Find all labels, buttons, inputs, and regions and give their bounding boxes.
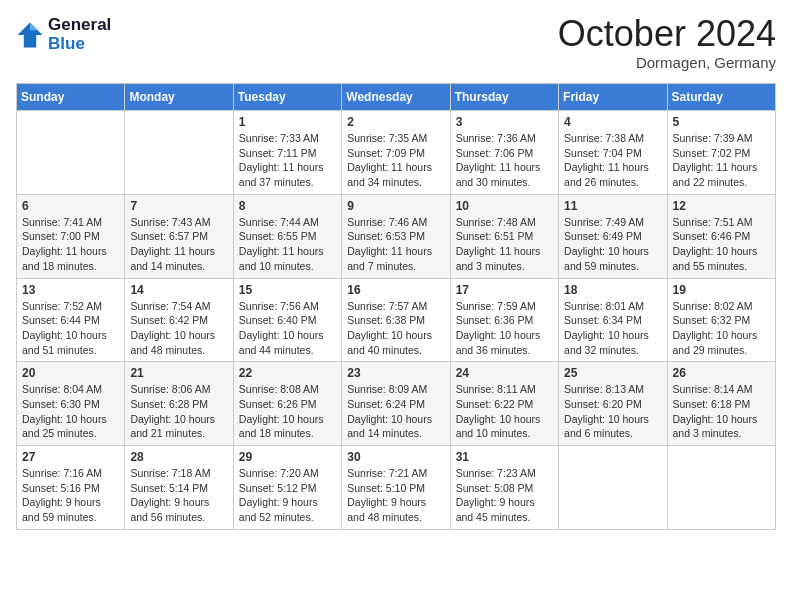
calendar-cell <box>667 446 775 530</box>
calendar-cell: 11Sunrise: 7:49 AM Sunset: 6:49 PM Dayli… <box>559 194 667 278</box>
weekday-header: Saturday <box>667 84 775 111</box>
logo-text-blue: Blue <box>48 35 111 54</box>
day-info: Sunrise: 7:51 AM Sunset: 6:46 PM Dayligh… <box>673 215 770 274</box>
svg-marker-1 <box>30 22 38 30</box>
calendar-cell: 8Sunrise: 7:44 AM Sunset: 6:55 PM Daylig… <box>233 194 341 278</box>
calendar-cell <box>559 446 667 530</box>
day-number: 13 <box>22 283 119 297</box>
calendar-cell: 22Sunrise: 8:08 AM Sunset: 6:26 PM Dayli… <box>233 362 341 446</box>
calendar-cell: 28Sunrise: 7:18 AM Sunset: 5:14 PM Dayli… <box>125 446 233 530</box>
calendar-week-row: 27Sunrise: 7:16 AM Sunset: 5:16 PM Dayli… <box>17 446 776 530</box>
day-number: 11 <box>564 199 661 213</box>
day-number: 21 <box>130 366 227 380</box>
weekday-header: Monday <box>125 84 233 111</box>
day-info: Sunrise: 7:23 AM Sunset: 5:08 PM Dayligh… <box>456 466 553 525</box>
day-number: 5 <box>673 115 770 129</box>
logo: General Blue <box>16 16 111 53</box>
calendar-cell: 29Sunrise: 7:20 AM Sunset: 5:12 PM Dayli… <box>233 446 341 530</box>
day-info: Sunrise: 8:08 AM Sunset: 6:26 PM Dayligh… <box>239 382 336 441</box>
page-header: General Blue October 2024 Dormagen, Germ… <box>16 16 776 71</box>
calendar-week-row: 6Sunrise: 7:41 AM Sunset: 7:00 PM Daylig… <box>17 194 776 278</box>
day-info: Sunrise: 7:59 AM Sunset: 6:36 PM Dayligh… <box>456 299 553 358</box>
day-number: 4 <box>564 115 661 129</box>
calendar-cell: 26Sunrise: 8:14 AM Sunset: 6:18 PM Dayli… <box>667 362 775 446</box>
calendar-cell: 24Sunrise: 8:11 AM Sunset: 6:22 PM Dayli… <box>450 362 558 446</box>
calendar-cell: 6Sunrise: 7:41 AM Sunset: 7:00 PM Daylig… <box>17 194 125 278</box>
day-info: Sunrise: 7:36 AM Sunset: 7:06 PM Dayligh… <box>456 131 553 190</box>
day-info: Sunrise: 8:09 AM Sunset: 6:24 PM Dayligh… <box>347 382 444 441</box>
calendar-cell: 30Sunrise: 7:21 AM Sunset: 5:10 PM Dayli… <box>342 446 450 530</box>
calendar-cell: 5Sunrise: 7:39 AM Sunset: 7:02 PM Daylig… <box>667 111 775 195</box>
day-info: Sunrise: 8:11 AM Sunset: 6:22 PM Dayligh… <box>456 382 553 441</box>
weekday-header: Thursday <box>450 84 558 111</box>
day-info: Sunrise: 8:01 AM Sunset: 6:34 PM Dayligh… <box>564 299 661 358</box>
day-number: 19 <box>673 283 770 297</box>
day-info: Sunrise: 8:04 AM Sunset: 6:30 PM Dayligh… <box>22 382 119 441</box>
day-number: 30 <box>347 450 444 464</box>
calendar-cell: 18Sunrise: 8:01 AM Sunset: 6:34 PM Dayli… <box>559 278 667 362</box>
day-number: 25 <box>564 366 661 380</box>
day-number: 7 <box>130 199 227 213</box>
calendar-cell: 2Sunrise: 7:35 AM Sunset: 7:09 PM Daylig… <box>342 111 450 195</box>
calendar-cell: 10Sunrise: 7:48 AM Sunset: 6:51 PM Dayli… <box>450 194 558 278</box>
day-number: 2 <box>347 115 444 129</box>
day-info: Sunrise: 7:16 AM Sunset: 5:16 PM Dayligh… <box>22 466 119 525</box>
calendar-cell: 15Sunrise: 7:56 AM Sunset: 6:40 PM Dayli… <box>233 278 341 362</box>
calendar-cell: 1Sunrise: 7:33 AM Sunset: 7:11 PM Daylig… <box>233 111 341 195</box>
calendar-cell: 17Sunrise: 7:59 AM Sunset: 6:36 PM Dayli… <box>450 278 558 362</box>
day-info: Sunrise: 7:20 AM Sunset: 5:12 PM Dayligh… <box>239 466 336 525</box>
day-number: 15 <box>239 283 336 297</box>
weekday-header: Friday <box>559 84 667 111</box>
day-number: 1 <box>239 115 336 129</box>
day-number: 17 <box>456 283 553 297</box>
calendar-cell: 20Sunrise: 8:04 AM Sunset: 6:30 PM Dayli… <box>17 362 125 446</box>
calendar-cell: 23Sunrise: 8:09 AM Sunset: 6:24 PM Dayli… <box>342 362 450 446</box>
day-number: 31 <box>456 450 553 464</box>
day-info: Sunrise: 7:38 AM Sunset: 7:04 PM Dayligh… <box>564 131 661 190</box>
day-info: Sunrise: 7:49 AM Sunset: 6:49 PM Dayligh… <box>564 215 661 274</box>
day-info: Sunrise: 7:52 AM Sunset: 6:44 PM Dayligh… <box>22 299 119 358</box>
calendar-cell: 12Sunrise: 7:51 AM Sunset: 6:46 PM Dayli… <box>667 194 775 278</box>
calendar-week-row: 13Sunrise: 7:52 AM Sunset: 6:44 PM Dayli… <box>17 278 776 362</box>
calendar-week-row: 1Sunrise: 7:33 AM Sunset: 7:11 PM Daylig… <box>17 111 776 195</box>
logo-text-general: General <box>48 16 111 35</box>
day-info: Sunrise: 8:14 AM Sunset: 6:18 PM Dayligh… <box>673 382 770 441</box>
day-info: Sunrise: 7:18 AM Sunset: 5:14 PM Dayligh… <box>130 466 227 525</box>
day-info: Sunrise: 7:43 AM Sunset: 6:57 PM Dayligh… <box>130 215 227 274</box>
calendar-cell: 13Sunrise: 7:52 AM Sunset: 6:44 PM Dayli… <box>17 278 125 362</box>
day-number: 8 <box>239 199 336 213</box>
day-number: 6 <box>22 199 119 213</box>
day-info: Sunrise: 7:35 AM Sunset: 7:09 PM Dayligh… <box>347 131 444 190</box>
day-info: Sunrise: 7:56 AM Sunset: 6:40 PM Dayligh… <box>239 299 336 358</box>
day-info: Sunrise: 7:48 AM Sunset: 6:51 PM Dayligh… <box>456 215 553 274</box>
calendar-week-row: 20Sunrise: 8:04 AM Sunset: 6:30 PM Dayli… <box>17 362 776 446</box>
calendar-cell: 4Sunrise: 7:38 AM Sunset: 7:04 PM Daylig… <box>559 111 667 195</box>
weekday-header: Sunday <box>17 84 125 111</box>
calendar-cell: 27Sunrise: 7:16 AM Sunset: 5:16 PM Dayli… <box>17 446 125 530</box>
day-number: 20 <box>22 366 119 380</box>
month-title: October 2024 <box>558 16 776 52</box>
calendar-cell: 16Sunrise: 7:57 AM Sunset: 6:38 PM Dayli… <box>342 278 450 362</box>
day-number: 28 <box>130 450 227 464</box>
calendar-cell: 3Sunrise: 7:36 AM Sunset: 7:06 PM Daylig… <box>450 111 558 195</box>
day-number: 26 <box>673 366 770 380</box>
calendar-cell <box>17 111 125 195</box>
day-info: Sunrise: 7:54 AM Sunset: 6:42 PM Dayligh… <box>130 299 227 358</box>
calendar-cell: 19Sunrise: 8:02 AM Sunset: 6:32 PM Dayli… <box>667 278 775 362</box>
day-number: 14 <box>130 283 227 297</box>
weekday-header: Wednesday <box>342 84 450 111</box>
day-number: 10 <box>456 199 553 213</box>
calendar-cell: 25Sunrise: 8:13 AM Sunset: 6:20 PM Dayli… <box>559 362 667 446</box>
day-info: Sunrise: 7:44 AM Sunset: 6:55 PM Dayligh… <box>239 215 336 274</box>
calendar-cell: 21Sunrise: 8:06 AM Sunset: 6:28 PM Dayli… <box>125 362 233 446</box>
calendar-header-row: SundayMondayTuesdayWednesdayThursdayFrid… <box>17 84 776 111</box>
calendar-cell: 7Sunrise: 7:43 AM Sunset: 6:57 PM Daylig… <box>125 194 233 278</box>
weekday-header: Tuesday <box>233 84 341 111</box>
day-info: Sunrise: 7:57 AM Sunset: 6:38 PM Dayligh… <box>347 299 444 358</box>
day-number: 16 <box>347 283 444 297</box>
day-number: 29 <box>239 450 336 464</box>
calendar-table: SundayMondayTuesdayWednesdayThursdayFrid… <box>16 83 776 530</box>
location: Dormagen, Germany <box>558 54 776 71</box>
day-number: 3 <box>456 115 553 129</box>
day-info: Sunrise: 8:02 AM Sunset: 6:32 PM Dayligh… <box>673 299 770 358</box>
